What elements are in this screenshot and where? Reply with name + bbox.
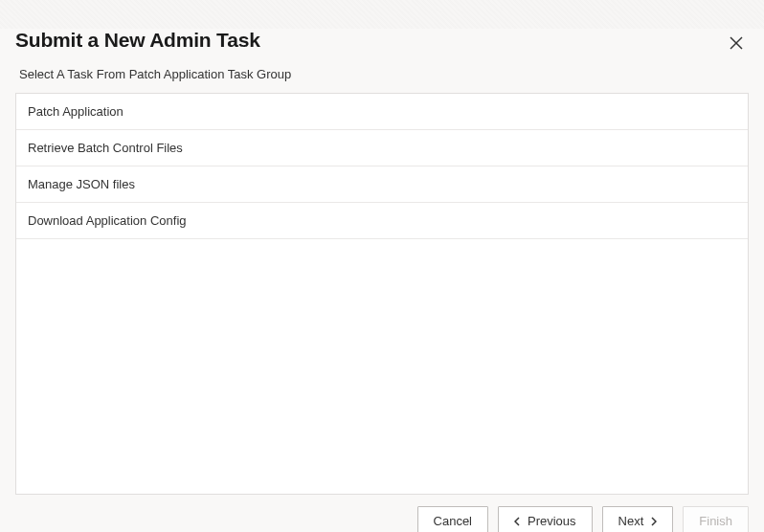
task-item-label: Retrieve Batch Control Files <box>28 141 183 155</box>
task-item-label: Manage JSON files <box>28 177 135 191</box>
task-item-patch-application[interactable]: Patch Application <box>16 94 748 130</box>
finish-button: Finish <box>683 506 749 532</box>
dialog-header: Submit a New Admin Task <box>15 29 749 54</box>
dialog-subtitle: Select A Task From Patch Application Tas… <box>15 67 749 81</box>
chevron-right-icon <box>651 517 657 526</box>
finish-button-label: Finish <box>699 514 732 528</box>
previous-button-label: Previous <box>528 514 576 528</box>
chevron-left-icon <box>514 517 520 526</box>
close-icon <box>730 36 743 50</box>
close-button[interactable] <box>726 33 747 54</box>
cancel-button[interactable]: Cancel <box>417 506 488 532</box>
dialog-title: Submit a New Admin Task <box>15 29 260 52</box>
submit-admin-task-dialog: Submit a New Admin Task Select A Task Fr… <box>0 0 764 495</box>
cancel-button-label: Cancel <box>434 514 472 528</box>
task-item-label: Download Application Config <box>28 213 187 228</box>
task-list: Patch Application Retrieve Batch Control… <box>15 93 749 495</box>
task-item-download-application-config[interactable]: Download Application Config <box>16 203 748 239</box>
task-item-manage-json-files[interactable]: Manage JSON files <box>16 166 748 203</box>
task-item-label: Patch Application <box>28 104 124 119</box>
previous-button[interactable]: Previous <box>498 506 593 532</box>
next-button-label: Next <box>618 514 644 528</box>
next-button[interactable]: Next <box>602 506 674 532</box>
task-item-retrieve-batch-control-files[interactable]: Retrieve Batch Control Files <box>16 130 748 166</box>
dialog-footer: Cancel Previous Next Finish <box>0 495 764 532</box>
